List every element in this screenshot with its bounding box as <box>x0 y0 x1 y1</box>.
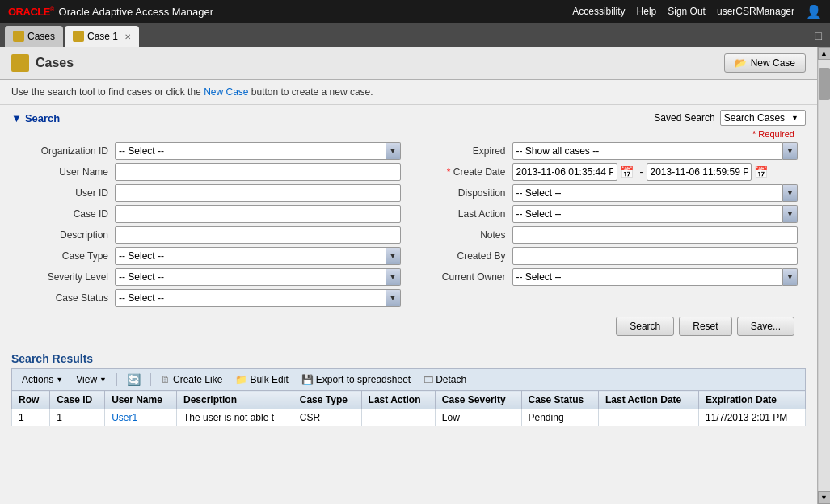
currentowner-arrow[interactable]: ▼ <box>783 268 798 286</box>
saved-search-select[interactable]: Search Cases ▼ <box>720 110 806 126</box>
currentowner-input[interactable] <box>512 268 784 286</box>
content: Cases 📂 New Case Use the search tool to … <box>0 47 817 504</box>
username-row: User Name <box>19 163 401 181</box>
tab-case1[interactable]: Case 1 ✕ <box>65 26 139 47</box>
calendar-from-icon[interactable]: 📅 <box>619 164 635 180</box>
search-collapse-icon[interactable]: ▼ <box>11 112 22 124</box>
severity-row: Severity Level ▼ <box>19 268 401 286</box>
actions-label: Actions <box>22 374 53 385</box>
cell-casetype: CSR <box>293 410 361 426</box>
severity-input[interactable] <box>115 268 386 286</box>
new-case-link[interactable]: New Case <box>204 86 248 98</box>
severity-label: Severity Level <box>19 271 108 283</box>
refresh-icon: 🔄 <box>127 373 141 386</box>
casestatus-input[interactable] <box>115 289 386 307</box>
cases-tab-icon <box>13 31 24 42</box>
table-row[interactable]: 1 1 User1 The user is not able t CSR Low… <box>12 410 806 426</box>
create-like-icon: 🗎 <box>161 374 171 385</box>
tabbar: Cases Case 1 ✕ □ <box>0 23 830 47</box>
lastaction-input[interactable] <box>512 205 784 223</box>
expired-row: Expired ▼ <box>417 142 798 160</box>
casetype-label: Case Type <box>19 250 108 262</box>
notes-label: Notes <box>417 229 506 241</box>
expired-arrow[interactable]: ▼ <box>783 142 798 160</box>
disposition-arrow[interactable]: ▼ <box>783 184 798 202</box>
help-link[interactable]: Help <box>637 6 657 17</box>
disposition-input[interactable] <box>512 184 784 202</box>
save-button[interactable]: Save... <box>737 317 794 336</box>
org-id-input[interactable] <box>115 142 386 160</box>
toolbar-sep-1 <box>116 373 117 386</box>
casetype-input[interactable] <box>115 247 386 265</box>
scroll-track[interactable] <box>819 60 830 491</box>
createdate-to-input[interactable] <box>647 163 752 181</box>
casestatus-row: Case Status ▼ <box>19 289 401 307</box>
currentowner-label: Current Owner <box>417 271 506 283</box>
col-header-caseseverity: Case Severity <box>435 391 521 410</box>
saved-search-area: Saved Search Search Cases ▼ <box>654 110 806 126</box>
description-row: Description <box>19 226 401 244</box>
export-label: Export to spreadsheet <box>316 374 411 385</box>
bulk-edit-button[interactable]: 📁 Bulk Edit <box>230 372 293 387</box>
casetype-arrow[interactable]: ▼ <box>386 247 401 265</box>
actions-button[interactable]: Actions ▼ <box>17 372 68 387</box>
view-button[interactable]: View ▼ <box>71 372 112 387</box>
collapse-icon[interactable]: □ <box>812 24 825 47</box>
search-button[interactable]: Search <box>616 317 674 336</box>
username-label: userCSRManager <box>717 6 794 17</box>
username-label-field: User Name <box>19 166 108 178</box>
page-header: Cases 📂 New Case <box>0 47 817 80</box>
createdby-input[interactable] <box>512 247 798 265</box>
cell-row: 1 <box>12 410 50 426</box>
calendar-to-icon[interactable]: 📅 <box>753 164 769 180</box>
cell-lastaction <box>361 410 435 426</box>
reset-button[interactable]: Reset <box>679 317 731 336</box>
tab-cases[interactable]: Cases <box>5 26 63 47</box>
casestatus-arrow[interactable]: ▼ <box>386 289 401 307</box>
results-title: Search Results <box>11 352 806 365</box>
username-input[interactable] <box>115 163 401 181</box>
userid-label: User ID <box>19 187 108 199</box>
search-title: ▼ Search <box>11 112 60 124</box>
export-button[interactable]: 💾 Export to spreadsheet <box>297 372 415 387</box>
description-input[interactable] <box>115 226 401 244</box>
create-like-button[interactable]: 🗎 Create Like <box>156 372 227 387</box>
scroll-thumb[interactable] <box>819 68 830 100</box>
tab-case1-label: Case 1 <box>87 31 118 42</box>
action-buttons: Search Reset Save... <box>11 312 806 341</box>
search-right-col: Expired ▼ Create Date 📅 <box>409 141 807 312</box>
scroll-up-arrow[interactable]: ▲ <box>818 47 831 60</box>
tab-case1-close[interactable]: ✕ <box>124 32 131 41</box>
org-id-arrow[interactable]: ▼ <box>386 142 401 160</box>
page-icon <box>11 54 29 72</box>
casestatus-select-wrap: ▼ <box>115 289 401 307</box>
bulk-edit-label: Bulk Edit <box>250 374 288 385</box>
caseid-input[interactable] <box>115 205 401 223</box>
bulk-edit-icon: 📁 <box>235 374 247 385</box>
case1-tab-icon <box>73 31 84 42</box>
actions-arrow-icon: ▼ <box>56 376 63 384</box>
createdby-label: Created By <box>417 250 506 262</box>
accessibility-link[interactable]: Accessibility <box>572 6 625 17</box>
detach-button[interactable]: 🗖 Detach <box>419 372 471 387</box>
lastaction-arrow[interactable]: ▼ <box>783 205 798 223</box>
main-area: Cases 📂 New Case Use the search tool to … <box>0 47 830 504</box>
signout-link[interactable]: Sign Out <box>668 6 706 17</box>
user-icon: 👤 <box>806 4 822 19</box>
new-case-button[interactable]: 📂 New Case <box>724 53 806 73</box>
severity-arrow[interactable]: ▼ <box>386 268 401 286</box>
scroll-down-arrow[interactable]: ▼ <box>818 491 831 504</box>
col-header-caseid: Case ID <box>50 391 105 410</box>
export-icon: 💾 <box>301 374 314 385</box>
severity-select-wrap: ▼ <box>115 268 401 286</box>
cell-username: User1 <box>105 410 177 426</box>
cell-caseseverity: Low <box>435 410 521 426</box>
disposition-select-wrap: ▼ <box>512 184 798 202</box>
notes-input[interactable] <box>512 226 798 244</box>
expired-input[interactable] <box>512 142 784 160</box>
disposition-row: Disposition ▼ <box>417 184 798 202</box>
createdate-from-input[interactable] <box>512 163 617 181</box>
refresh-button[interactable]: 🔄 <box>122 372 145 388</box>
cell-lastactiondate <box>599 410 699 426</box>
userid-input[interactable] <box>115 184 401 202</box>
